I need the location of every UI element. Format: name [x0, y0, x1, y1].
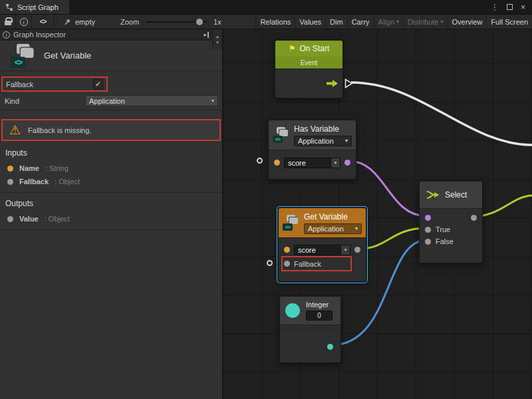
node-title: Has Variable	[294, 124, 352, 134]
info-icon: i	[20, 18, 28, 26]
dock-icon[interactable]: ▸	[203, 31, 209, 38]
variable-name-field[interactable]: score	[284, 158, 331, 168]
condition-input-port[interactable]	[425, 215, 431, 221]
input-row-fallback: Fallback : Object	[0, 175, 222, 188]
code-icon: <>	[283, 223, 293, 231]
node-subtitle: Event	[275, 57, 342, 68]
select-header: Select	[420, 182, 482, 208]
outputs-header: Outputs	[0, 193, 222, 212]
kind-row: Kind Application ▾	[0, 93, 222, 110]
fallback-port-label: Fallback	[294, 260, 321, 268]
port-ring-getvariable-fallback[interactable]	[267, 260, 273, 266]
scroll-up-icon[interactable]: ▲	[215, 35, 219, 39]
code-view-button[interactable]: <>	[32, 15, 55, 29]
node-on-start[interactable]: ⚑ On Start Event	[275, 40, 343, 98]
maximize-icon[interactable]	[507, 4, 513, 10]
lock-icon	[5, 21, 11, 25]
close-icon[interactable]: ×	[521, 3, 525, 12]
chevron-down-icon: ▾	[211, 98, 214, 104]
code-icon: <>	[11, 57, 26, 68]
tab-script-graph[interactable]: Script Graph	[0, 0, 69, 14]
graph-canvas[interactable]: ⚑ On Start Event	[223, 29, 532, 399]
titlebar: Script Graph ⋮ ×	[0, 0, 532, 15]
false-input-port[interactable]	[425, 239, 431, 245]
chevron-down-icon: ▾	[441, 19, 444, 25]
selection-output-port[interactable]	[471, 215, 477, 221]
integer-icon	[285, 303, 300, 318]
node-body	[280, 325, 340, 362]
more-icon[interactable]: ⋮	[491, 3, 499, 12]
node-body: True False	[420, 208, 482, 263]
warning-text: Fallback is missing.	[28, 126, 91, 134]
script-graph-window: Script Graph ⋮ × i <> empty Zoom 1x Rel	[0, 0, 532, 399]
code-icon: <>	[40, 18, 47, 25]
integer-header: Integer 0	[280, 297, 340, 325]
toolbar-buttons: Relations Values Dim Carry Align▾ Distri…	[255, 15, 532, 29]
input-row-name: Name : String	[0, 162, 222, 175]
full-screen-button[interactable]: Full Screen	[486, 15, 532, 29]
fallback-checkbox[interactable]: ✓	[93, 79, 103, 89]
chevron-down-icon: ▾	[396, 19, 399, 25]
unit-title-block: <> Get Variable	[0, 41, 222, 71]
distribute-button[interactable]: Distribute▾	[403, 15, 447, 29]
flow-output-port[interactable]	[344, 78, 353, 88]
node-select[interactable]: Select True False	[419, 181, 483, 263]
bool-output-port[interactable]	[344, 160, 350, 166]
node-has-variable[interactable]: <> Has Variable Application ▾ sc	[268, 120, 356, 180]
kind-value: Application	[89, 97, 125, 105]
fallback-option-label: Fallback	[6, 80, 33, 88]
lock-button[interactable]	[0, 15, 16, 29]
fallback-option-highlight: Fallback ✓	[1, 76, 108, 92]
inputs-header: Inputs	[0, 142, 222, 162]
dim-button[interactable]: Dim	[325, 15, 347, 29]
warning-icon: ⚠	[9, 124, 21, 136]
integer-value-field[interactable]: 0	[306, 311, 332, 321]
integer-output-port[interactable]	[327, 344, 333, 350]
kind-label: Kind	[5, 97, 85, 105]
script-graph-icon	[5, 3, 13, 11]
name-input-port[interactable]	[284, 247, 290, 253]
inspector-toggle-button[interactable]: i	[16, 15, 32, 29]
variable-picker-button[interactable]: ▾	[341, 245, 350, 255]
node-integer[interactable]: Integer 0	[279, 296, 341, 363]
values-button[interactable]: Values	[295, 15, 325, 29]
zoom-slider[interactable]	[146, 21, 207, 23]
zoom-slider-handle[interactable]	[196, 19, 203, 25]
value-port-icon	[7, 216, 13, 222]
select-icon	[426, 190, 440, 200]
fallback-input-port[interactable]	[284, 261, 290, 267]
flag-icon: ⚑	[289, 44, 296, 53]
node-body: score ▾	[269, 150, 356, 179]
get-variable-icon: <>	[283, 215, 300, 231]
port-ring-hasvariable-name[interactable]	[257, 158, 263, 164]
variable-picker-button[interactable]: ▾	[331, 158, 340, 168]
relations-button[interactable]: Relations	[255, 15, 295, 29]
overview-button[interactable]: Overview	[448, 15, 487, 29]
align-button[interactable]: Align▾	[374, 15, 403, 29]
tab-label: Script Graph	[17, 3, 59, 11]
node-title: Integer	[306, 301, 332, 309]
graph-pointer-icon	[64, 18, 72, 25]
wire-flow-onstart[interactable]	[351, 82, 532, 145]
scroll-arrows[interactable]: ▲ ▼	[212, 29, 222, 49]
node-title: On Start	[300, 44, 330, 53]
kind-dropdown[interactable]: Application ▾	[294, 136, 352, 146]
unit-title: Get Variable	[44, 51, 91, 61]
value-output-port[interactable]	[354, 247, 360, 253]
wire-getvariable-true[interactable]	[358, 228, 427, 249]
kind-dropdown[interactable]: Application ▾	[304, 223, 362, 234]
variable-name-field[interactable]: score	[294, 245, 341, 255]
name-input-port[interactable]	[274, 160, 280, 166]
false-port-label: False	[436, 237, 454, 245]
true-input-port[interactable]	[425, 227, 431, 233]
value-port-icon	[7, 179, 13, 185]
graph-breadcrumb[interactable]: empty	[55, 18, 102, 26]
wire-select-output[interactable]	[475, 196, 532, 216]
chevron-down-icon: ▾	[345, 138, 348, 144]
value-port-icon	[7, 166, 13, 172]
node-get-variable[interactable]: <> Get Variable Application ▾ sc	[278, 207, 366, 282]
has-variable-header: <> Has Variable Application ▾	[269, 120, 356, 150]
scroll-down-icon[interactable]: ▼	[215, 41, 219, 45]
kind-dropdown[interactable]: Application ▾	[85, 95, 218, 106]
carry-button[interactable]: Carry	[347, 15, 374, 29]
